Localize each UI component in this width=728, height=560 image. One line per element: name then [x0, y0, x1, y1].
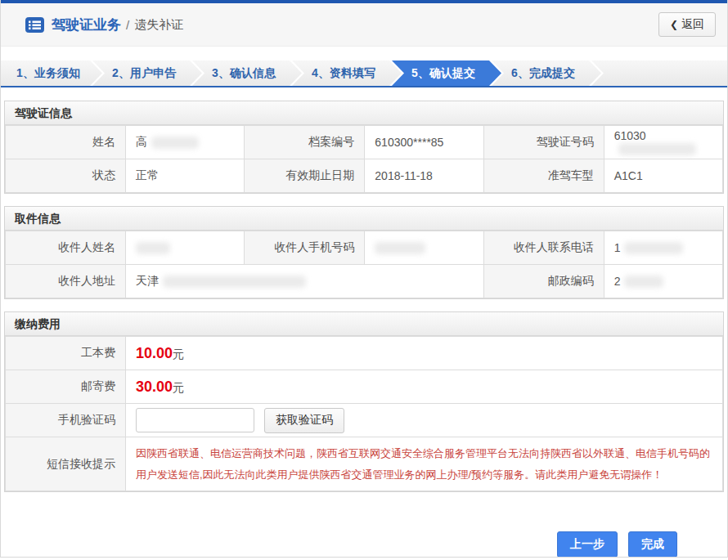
step-2-user-declaration[interactable]: 2、用户申告	[92, 60, 202, 86]
get-code-button[interactable]: 获取验证码	[264, 408, 344, 433]
redacted-value	[618, 143, 696, 155]
sms-code-label: 手机验证码	[6, 404, 126, 437]
pickup-info-section: 取件信息 收件人姓名 收件人手机号码 收件人联系电话 1 收件人地址 天津 邮政…	[4, 206, 724, 299]
table-row: 工本费 10.00元	[6, 337, 723, 370]
address-value: 天津	[126, 265, 484, 298]
license-section-title: 驾驶证信息	[5, 101, 723, 125]
page-header: 驾驶证业务 / 遗失补证 ❮ 返回	[1, 3, 727, 47]
postage-fee-label: 邮寄费	[6, 370, 126, 404]
finish-button[interactable]: 完成	[628, 531, 677, 558]
sms-code-input[interactable]	[136, 408, 254, 432]
table-row: 收件人地址 天津 邮政编码 2	[6, 265, 723, 298]
production-fee-label: 工本费	[6, 337, 126, 370]
sms-notice-label: 短信接收提示	[6, 437, 126, 491]
chevron-left-icon: ❮	[670, 19, 678, 30]
postage-fee-value: 30.00元	[126, 370, 723, 404]
recipient-mobile-value	[365, 231, 483, 265]
steps-filler	[591, 60, 727, 86]
fee-unit: 元	[173, 347, 184, 361]
step-4-fill-materials[interactable]: 4、资料填写	[292, 60, 402, 86]
redacted-value	[624, 276, 663, 288]
expiry-value: 2018-11-18	[365, 159, 483, 193]
table-row: 手机验证码 获取验证码	[6, 404, 723, 437]
recipient-phone-label: 收件人联系电话	[483, 231, 604, 265]
name-value: 高	[126, 126, 245, 159]
fees-section: 缴纳费用 工本费 10.00元 邮寄费 30.00元 手机验证码	[4, 311, 724, 492]
recipient-phone-value: 1	[604, 231, 722, 265]
postcode-label: 邮政编码	[483, 265, 604, 298]
status-label: 状态	[6, 159, 126, 193]
redacted-value	[624, 242, 683, 254]
sms-notice-text: 因陕西省联通、电信运营商技术问题，陕西省互联网交通安全综合服务管理平台无法向持陕…	[136, 443, 712, 486]
wizard-steps: 1、业务须知 2、用户申告 3、确认信息 4、资料填写 5、确认提交 6、完成提…	[1, 60, 727, 87]
footer-actions: 上一步 完成	[4, 504, 724, 558]
fees-section-title: 缴纳费用	[5, 312, 723, 336]
table-row: 短信接收提示 因陕西省联通、电信运营商技术问题，陕西省互联网交通安全综合服务管理…	[6, 437, 723, 491]
status-value: 正常	[126, 159, 245, 193]
page-title: 驾驶证业务	[52, 16, 121, 34]
postage-fee-amount: 30.00	[136, 379, 173, 395]
file-number-label: 档案编号	[245, 126, 365, 159]
expiry-label: 有效期止日期	[245, 159, 365, 193]
main-content: 驾驶证信息 姓名 高 档案编号 610300****85 驾驶证号码 61030…	[1, 87, 727, 558]
list-icon	[25, 17, 44, 33]
redacted-value	[136, 242, 170, 254]
redacted-value	[163, 276, 306, 288]
page-subtitle: 遗失补证	[134, 17, 183, 33]
production-fee-amount: 10.00	[136, 345, 173, 361]
table-row: 状态 正常 有效期止日期 2018-11-18 准驾车型 A1C1	[6, 159, 723, 193]
step-3-confirm-info[interactable]: 3、确认信息	[192, 60, 302, 86]
breadcrumb-separator: /	[126, 18, 129, 32]
step-6-complete-submit[interactable]: 6、完成提交	[492, 60, 601, 86]
postcode-value: 2	[604, 265, 722, 298]
recipient-mobile-label: 收件人手机号码	[245, 231, 365, 265]
recipient-name-value	[126, 231, 245, 265]
table-row: 收件人姓名 收件人手机号码 收件人联系电话 1	[6, 231, 723, 265]
pickup-info-table: 收件人姓名 收件人手机号码 收件人联系电话 1 收件人地址 天津 邮政编码 2	[5, 231, 723, 298]
vehicle-class-label: 准驾车型	[483, 159, 604, 193]
license-info-section: 驾驶证信息 姓名 高 档案编号 610300****85 驾驶证号码 61030…	[4, 101, 724, 194]
fee-unit: 元	[173, 381, 184, 394]
file-number-value: 610300****85	[365, 126, 483, 159]
back-button[interactable]: ❮ 返回	[658, 12, 716, 37]
pickup-section-title: 取件信息	[5, 207, 723, 231]
back-button-label: 返回	[681, 17, 704, 32]
step-5-confirm-submit[interactable]: 5、确认提交	[392, 60, 501, 86]
previous-step-button[interactable]: 上一步	[557, 531, 618, 558]
license-number-label: 驾驶证号码	[483, 126, 604, 159]
fees-table: 工本费 10.00元 邮寄费 30.00元 手机验证码 获取验证码	[5, 336, 723, 491]
recipient-name-label: 收件人姓名	[6, 231, 126, 265]
step-1-business-notice[interactable]: 1、业务须知	[1, 60, 102, 86]
sms-code-cell: 获取验证码	[126, 404, 723, 437]
redacted-value	[151, 137, 199, 149]
production-fee-value: 10.00元	[126, 337, 723, 370]
sms-notice-cell: 因陕西省联通、电信运营商技术问题，陕西省互联网交通安全综合服务管理平台无法向持陕…	[126, 437, 723, 491]
redacted-value	[375, 242, 425, 254]
table-row: 邮寄费 30.00元	[6, 370, 723, 404]
vehicle-class-value: A1C1	[604, 159, 722, 193]
table-row: 姓名 高 档案编号 610300****85 驾驶证号码 61030	[6, 126, 723, 159]
page-container: 驾驶证业务 / 遗失补证 ❮ 返回 1、业务须知 2、用户申告 3、确认信息 4…	[0, 0, 728, 558]
license-number-value: 61030	[604, 126, 722, 159]
license-info-table: 姓名 高 档案编号 610300****85 驾驶证号码 61030 状态 正常…	[5, 125, 723, 193]
address-label: 收件人地址	[6, 265, 126, 298]
name-label: 姓名	[6, 126, 126, 159]
